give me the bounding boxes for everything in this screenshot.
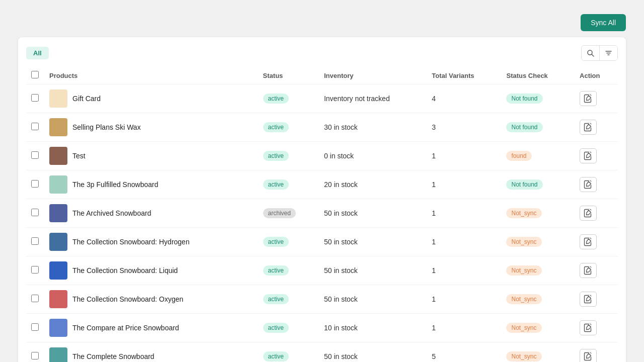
edit-icon (584, 237, 593, 246)
product-image (49, 347, 67, 362)
status-cell: active (258, 113, 319, 142)
edit-icon (584, 295, 593, 304)
total-variants-cell: 4 (427, 84, 501, 113)
row-checkbox-8[interactable] (31, 323, 39, 331)
status-badge: active (263, 151, 289, 161)
total-variants-cell: 1 (427, 228, 501, 256)
edit-icon (584, 151, 593, 160)
edit-icon (584, 323, 593, 332)
row-checkbox-9[interactable] (31, 352, 39, 359)
filter-button[interactable] (600, 46, 617, 60)
inventory-cell: 0 in stock (319, 142, 427, 170)
row-checkbox-cell (26, 314, 44, 342)
action-cell (575, 314, 618, 342)
inventory-value: 50 in stock (324, 266, 358, 275)
edit-icon (584, 266, 593, 275)
total-variants-cell: 1 (427, 314, 501, 342)
total-variants-value: 1 (432, 324, 436, 332)
search-button[interactable] (582, 46, 600, 60)
row-checkbox-3[interactable] (31, 180, 39, 188)
total-variants-cell: 1 (427, 199, 501, 228)
edit-icon (584, 180, 593, 189)
sync-all-button[interactable]: Sync All (581, 14, 626, 31)
total-variants-value: 1 (432, 295, 436, 303)
total-variants-value: 5 (432, 352, 436, 360)
row-checkbox-5[interactable] (31, 237, 39, 245)
action-cell (575, 142, 618, 170)
status-check-badge: Not_sync (506, 208, 541, 218)
status-badge: active (263, 265, 289, 276)
product-cell: The Complete Snowboard (44, 342, 258, 363)
action-cell (575, 113, 618, 142)
status-cell: active (258, 314, 319, 342)
product-name: The Collection Snowboard: Oxygen (72, 295, 183, 303)
total-variants-value: 1 (432, 209, 436, 217)
edit-button[interactable] (580, 148, 597, 163)
total-variants-value: 1 (432, 266, 436, 275)
product-cell: Test (44, 142, 258, 170)
inventory-value: 50 in stock (324, 238, 358, 246)
col-products: Products (44, 67, 258, 84)
edit-button[interactable] (580, 177, 597, 192)
status-badge: active (263, 94, 289, 104)
action-cell (575, 256, 618, 285)
status-check-cell: Not_sync (501, 285, 575, 314)
product-name: The Collection Snowboard: Liquid (72, 266, 178, 275)
status-check-cell: Not found (501, 170, 575, 199)
row-checkbox-6[interactable] (31, 266, 39, 274)
top-bar: Sync All (10, 10, 634, 37)
product-image (49, 319, 67, 337)
edit-icon (584, 94, 593, 103)
product-name: The Compare at Price Snowboard (72, 324, 179, 332)
edit-button[interactable] (580, 292, 597, 307)
total-variants-cell: 3 (427, 113, 501, 142)
status-cell: active (258, 142, 319, 170)
status-check-badge: Not found (506, 94, 542, 104)
product-image (49, 261, 67, 280)
table-row: The Archived Snowboard archived 50 in st… (26, 199, 618, 228)
status-check-badge: Not_sync (506, 237, 541, 247)
row-checkbox-cell (26, 199, 44, 228)
product-cell: The Compare at Price Snowboard (44, 314, 258, 342)
row-checkbox-4[interactable] (31, 209, 39, 216)
edit-icon (584, 209, 593, 218)
total-variants-cell: 1 (427, 256, 501, 285)
action-cell (575, 228, 618, 256)
edit-button[interactable] (580, 91, 597, 106)
edit-button[interactable] (580, 320, 597, 335)
product-image (49, 233, 67, 251)
total-variants-cell: 1 (427, 170, 501, 199)
edit-icon (584, 123, 593, 132)
inventory-cell: 50 in stock (319, 256, 427, 285)
edit-button[interactable] (580, 349, 597, 362)
inventory-value: 20 in stock (324, 180, 358, 189)
table-row: Test active 0 in stock 1 found (26, 142, 618, 170)
product-name: The Collection Snowboard: Hydrogen (72, 238, 190, 246)
col-action: Action (575, 67, 618, 84)
edit-button[interactable] (580, 263, 597, 278)
row-checkbox-cell (26, 228, 44, 256)
search-icon (587, 49, 594, 57)
row-checkbox-cell (26, 84, 44, 113)
product-name: The Archived Snowboard (72, 209, 151, 217)
product-cell: The Archived Snowboard (44, 199, 258, 228)
edit-button[interactable] (580, 234, 597, 249)
row-checkbox-cell (26, 256, 44, 285)
status-check-badge: Not_sync (506, 294, 541, 304)
edit-button[interactable] (580, 120, 597, 135)
product-name: Gift Card (72, 95, 101, 103)
header-checkbox-cell (26, 67, 44, 84)
table-row: The Collection Snowboard: Oxygen active … (26, 285, 618, 314)
row-checkbox-7[interactable] (31, 295, 39, 302)
inventory-cell: 20 in stock (319, 170, 427, 199)
edit-button[interactable] (580, 206, 597, 221)
row-checkbox-2[interactable] (31, 151, 39, 159)
status-check-badge: Not found (506, 122, 542, 132)
select-all-checkbox[interactable] (31, 71, 39, 78)
product-cell: The Collection Snowboard: Oxygen (44, 285, 258, 314)
inventory-value: 50 in stock (324, 352, 358, 360)
col-status: Status (258, 67, 319, 84)
row-checkbox-0[interactable] (31, 94, 39, 102)
tab-all[interactable]: All (26, 47, 49, 59)
row-checkbox-1[interactable] (31, 123, 39, 130)
